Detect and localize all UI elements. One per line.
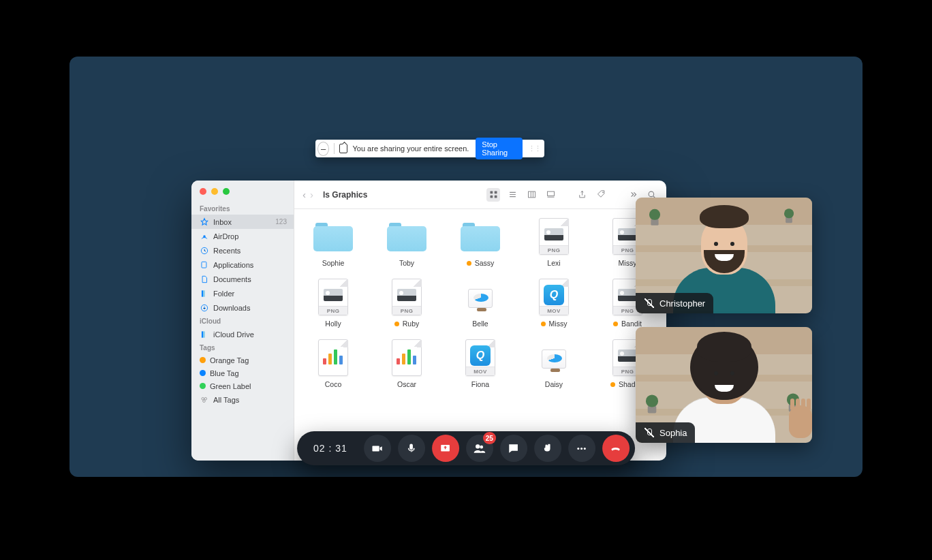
sidebar-item-airdrop[interactable]: AirDrop <box>191 229 294 243</box>
sidebar-item-count: 123 <box>275 218 287 225</box>
file-name: Sassy <box>475 259 495 267</box>
nav-forward-button[interactable]: › <box>310 189 313 200</box>
file-item[interactable]: PNGLexi <box>519 219 589 267</box>
toggle-camera-button[interactable] <box>364 435 391 462</box>
view-icons-button[interactable] <box>486 188 500 202</box>
close-window-button[interactable] <box>200 188 206 195</box>
mic-muted-icon <box>644 298 654 309</box>
file-name: Belle <box>472 320 488 328</box>
stop-sharing-button[interactable]: Stop Sharing <box>476 138 523 159</box>
view-gallery-button[interactable] <box>544 188 557 202</box>
sidebar-item-label: Downloads <box>213 304 250 312</box>
file-thumbnail <box>385 219 429 254</box>
file-name: Lexi <box>547 259 560 267</box>
call-control-bar: 02 : 31 25 <box>297 431 635 465</box>
file-item[interactable]: Oscar <box>372 340 441 388</box>
svg-rect-2 <box>202 262 206 268</box>
share-status-text: You are sharing your entire screen. <box>353 144 469 153</box>
sidebar-item-documents[interactable]: Documents <box>191 272 294 286</box>
file-item[interactable]: PNGHolly <box>298 279 368 328</box>
sidebar-item-downloads[interactable]: Downloads <box>191 300 294 315</box>
svg-rect-4 <box>203 290 204 296</box>
tag-dot-icon <box>200 357 206 363</box>
participant-tile-sophia[interactable]: Sophia <box>636 327 812 443</box>
view-columns-button[interactable] <box>525 188 538 202</box>
file-label: Fiona <box>471 380 489 388</box>
participant-tile-christopher[interactable]: Christopher <box>636 198 812 313</box>
tag-dot-icon <box>200 383 206 389</box>
file-thumbnail <box>459 219 502 254</box>
sidebar-item-applications[interactable]: Applications <box>191 258 294 272</box>
view-list-button[interactable] <box>506 188 519 202</box>
sidebar-tag-orange[interactable]: Orange Tag <box>191 354 294 367</box>
file-name: Bandit <box>621 320 642 328</box>
participants-button[interactable]: 25 <box>466 435 493 462</box>
file-label: Coco <box>325 380 342 388</box>
participant-name: Sophia <box>659 428 687 438</box>
file-label: Holly <box>325 320 341 328</box>
sidebar-item-label: All Tags <box>213 396 239 404</box>
file-name: Toby <box>399 259 414 267</box>
sidebar-item-label: iCloud Drive <box>213 330 254 339</box>
file-name: Missy <box>549 320 568 328</box>
file-item[interactable]: MOVFiona <box>446 340 515 388</box>
toggle-mic-button[interactable] <box>398 435 425 462</box>
file-item[interactable]: Sassy <box>446 219 515 267</box>
screen-share-bar: – You are sharing your entire screen. St… <box>315 140 544 157</box>
chat-button[interactable] <box>500 435 527 462</box>
collapse-icon[interactable]: – <box>317 142 329 156</box>
document-icon <box>200 275 209 284</box>
file-name: Coco <box>325 380 342 388</box>
sidebar-item-recents[interactable]: Recents <box>191 243 294 258</box>
folder-icon <box>200 289 209 298</box>
tag-dot-icon <box>610 382 615 387</box>
svg-rect-13 <box>490 196 493 198</box>
sidebar-item-label: Orange Tag <box>210 356 249 364</box>
share-screen-button[interactable] <box>432 435 459 462</box>
file-item[interactable]: Coco <box>298 340 368 388</box>
tags-button[interactable] <box>594 188 608 202</box>
file-item[interactable]: MOVMissy <box>519 279 589 328</box>
file-item[interactable]: Sophie <box>298 219 368 267</box>
end-call-button[interactable] <box>602 435 630 462</box>
applications-icon <box>200 260 209 270</box>
file-item[interactable]: Daisy <box>519 340 589 388</box>
file-item[interactable]: Toby <box>372 219 441 267</box>
sidebar-all-tags[interactable]: All Tags <box>191 392 294 407</box>
file-label: Toby <box>399 259 414 267</box>
svg-point-18 <box>649 191 654 197</box>
maximize-window-button[interactable] <box>223 188 230 195</box>
svg-point-22 <box>584 447 586 449</box>
sidebar-tag-blue[interactable]: Blue Tag <box>191 367 294 379</box>
nav-back-button[interactable]: ‹ <box>302 189 306 200</box>
svg-point-20 <box>578 447 580 449</box>
file-thumbnail: MOV <box>459 340 502 375</box>
share-button[interactable] <box>575 188 589 202</box>
sidebar-item-label: Documents <box>213 275 251 283</box>
file-name: Oscar <box>397 380 416 388</box>
tag-dot-icon <box>394 322 399 326</box>
drag-handle-icon[interactable]: ⋮⋮ <box>528 147 540 150</box>
file-thumbnail <box>532 340 576 375</box>
sidebar-item-icloud-drive[interactable]: iCloud Drive <box>191 327 294 341</box>
finder-sidebar: Favorites Inbox 123 AirDrop Recents Appl… <box>191 181 294 461</box>
file-name: Holly <box>325 320 341 328</box>
svg-rect-11 <box>490 191 493 194</box>
sidebar-item-inbox[interactable]: Inbox 123 <box>191 215 294 229</box>
sidebar-header-tags: Tags <box>191 341 294 354</box>
more-options-button[interactable] <box>568 435 595 462</box>
tag-dot-icon <box>541 322 546 326</box>
sidebar-header-favorites: Favorites <box>191 202 294 215</box>
participant-name-chip: Christopher <box>636 293 713 313</box>
file-thumbnail <box>385 340 429 375</box>
svg-point-17 <box>602 192 604 193</box>
sidebar-tag-green[interactable]: Green Label <box>191 379 294 392</box>
sidebar-item-label: Green Label <box>210 382 251 390</box>
reactions-button[interactable] <box>534 435 561 462</box>
share-screen-icon[interactable] <box>339 144 347 153</box>
file-item[interactable]: PNGRuby <box>372 279 441 328</box>
sidebar-item-folder[interactable]: Folder <box>191 286 294 300</box>
minimize-window-button[interactable] <box>211 188 218 195</box>
file-label: Oscar <box>397 380 416 388</box>
file-item[interactable]: Belle <box>446 279 515 328</box>
